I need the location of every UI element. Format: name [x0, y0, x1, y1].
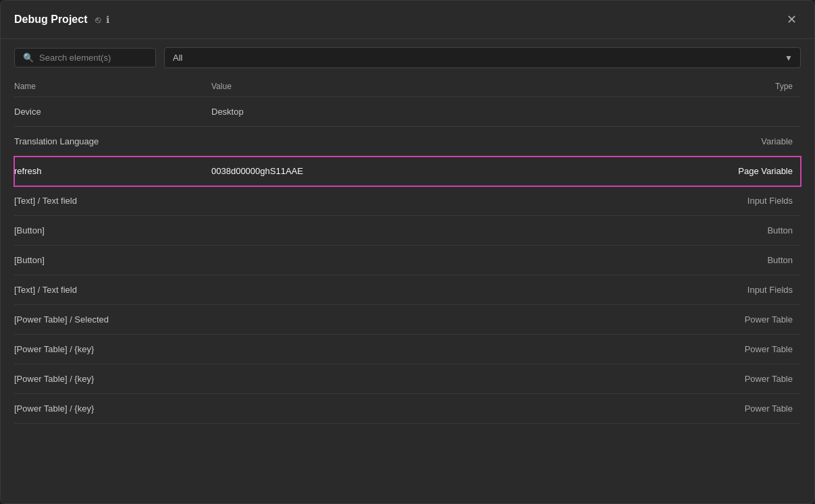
cell-name: refresh	[14, 157, 203, 186]
dialog-title: Debug Project	[14, 13, 87, 26]
cell-value	[203, 305, 693, 335]
title-icons: ⎋ ℹ	[95, 14, 109, 25]
debug-dialog: Debug Project ⎋ ℹ ✕ 🔍 All Variables Page…	[0, 0, 815, 504]
cell-value	[203, 335, 693, 364]
cell-value	[203, 186, 693, 216]
cell-type: Power Table	[693, 305, 801, 335]
table-row[interactable]: [Text] / Text fieldInput Fields	[14, 275, 801, 305]
filter-wrapper: All Variables Page Variables Input Field…	[164, 47, 801, 68]
cell-type: Button	[693, 246, 801, 275]
table-row[interactable]: [Button]Button	[14, 216, 801, 246]
cell-value	[203, 216, 693, 246]
cell-type: Input Fields	[693, 275, 801, 305]
search-box: 🔍	[14, 48, 156, 67]
cell-name: [Power Table] / {key}	[14, 394, 203, 424]
cell-name: [Power Table] / {key}	[14, 364, 203, 394]
cell-name: Device	[14, 97, 203, 127]
col-header-name: Name	[14, 76, 203, 97]
cell-type	[693, 97, 801, 127]
table-header-row: Name Value Type	[14, 76, 801, 97]
cell-value: Desktop	[203, 97, 693, 127]
info-icon[interactable]: ℹ	[106, 14, 109, 25]
toolbar: 🔍 All Variables Page Variables Input Fie…	[1, 39, 814, 76]
cell-name: [Text] / Text field	[14, 186, 203, 216]
cell-name: [Button]	[14, 216, 203, 246]
share-icon[interactable]: ⎋	[95, 14, 101, 25]
cell-name: [Button]	[14, 246, 203, 275]
table-row[interactable]: refresh0038d00000ghS11AAEPage Variable	[14, 157, 801, 186]
cell-type: Button	[693, 216, 801, 246]
cell-name: [Text] / Text field	[14, 275, 203, 305]
cell-value: 0038d00000ghS11AAE	[203, 157, 693, 186]
cell-value	[203, 364, 693, 394]
cell-name: Translation Language	[14, 127, 203, 157]
cell-value	[203, 394, 693, 424]
cell-type: Power Table	[693, 335, 801, 364]
close-button[interactable]: ✕	[782, 10, 801, 29]
data-table: Name Value Type DeviceDesktopTranslation…	[14, 76, 801, 424]
filter-select[interactable]: All Variables Page Variables Input Field…	[164, 47, 801, 68]
cell-type: Power Table	[693, 364, 801, 394]
search-input[interactable]	[39, 53, 147, 63]
cell-value	[203, 246, 693, 275]
cell-type: Variable	[693, 127, 801, 157]
table-row[interactable]: [Button]Button	[14, 246, 801, 275]
table-row[interactable]: [Power Table] / {key}Power Table	[14, 335, 801, 364]
col-header-value: Value	[203, 76, 693, 97]
table-row[interactable]: Translation LanguageVariable	[14, 127, 801, 157]
table-row[interactable]: [Text] / Text fieldInput Fields	[14, 186, 801, 216]
table-row[interactable]: [Power Table] / {key}Power Table	[14, 394, 801, 424]
cell-value	[203, 275, 693, 305]
table-row[interactable]: [Power Table] / SelectedPower Table	[14, 305, 801, 335]
table-body: DeviceDesktopTranslation LanguageVariabl…	[14, 97, 801, 424]
table-container[interactable]: Name Value Type DeviceDesktopTranslation…	[1, 76, 814, 503]
cell-type: Page Variable	[693, 157, 801, 186]
col-header-type: Type	[693, 76, 801, 97]
title-bar: Debug Project ⎋ ℹ ✕	[1, 1, 814, 39]
cell-type: Power Table	[693, 394, 801, 424]
cell-name: [Power Table] / Selected	[14, 305, 203, 335]
cell-type: Input Fields	[693, 186, 801, 216]
table-row[interactable]: [Power Table] / {key}Power Table	[14, 364, 801, 394]
cell-name: [Power Table] / {key}	[14, 335, 203, 364]
table-row[interactable]: DeviceDesktop	[14, 97, 801, 127]
search-icon: 🔍	[23, 53, 34, 63]
cell-value	[203, 127, 693, 157]
